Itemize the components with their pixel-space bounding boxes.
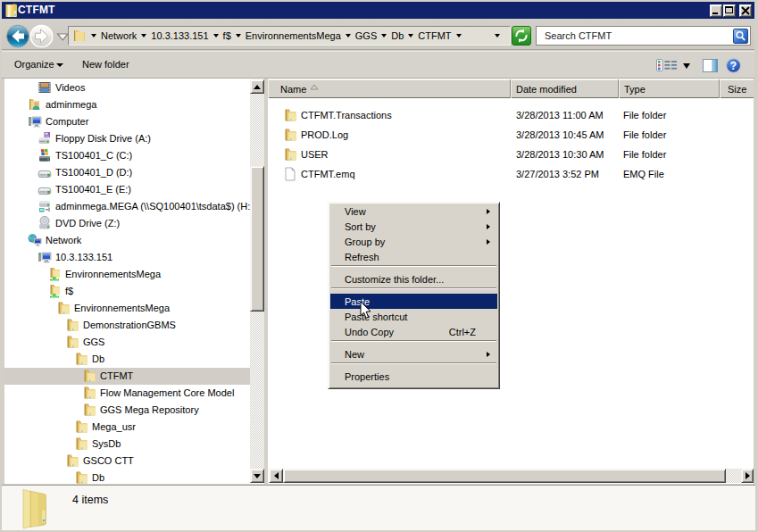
svg-text:?: ?: [730, 60, 737, 72]
